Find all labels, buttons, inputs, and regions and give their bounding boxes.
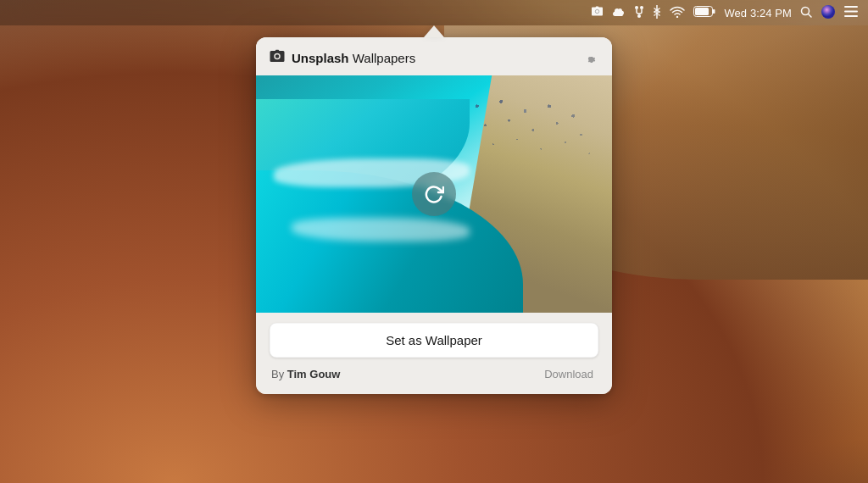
app-name-rest: Wallpapers	[349, 51, 416, 65]
svg-point-6	[676, 15, 678, 17]
camera-menubar-icon[interactable]	[591, 6, 604, 19]
bluetooth-menubar-icon[interactable]	[653, 5, 661, 21]
svg-point-12	[821, 5, 835, 19]
svg-rect-13	[844, 6, 858, 8]
svg-point-1	[635, 6, 638, 9]
download-button[interactable]: Download	[541, 366, 597, 382]
menubar-right-icons: Wed 3:24 PM	[591, 4, 858, 22]
app-title: Unsplash Wallpapers	[292, 51, 415, 65]
unsplash-popup: Unsplash Wallpapers	[256, 37, 612, 394]
svg-line-11	[809, 14, 812, 17]
app-name-bold: Unsplash	[292, 51, 349, 65]
refresh-icon	[424, 184, 444, 204]
popup-header: Unsplash Wallpapers	[256, 37, 612, 75]
attribution-row: By Tim Gouw Download	[270, 366, 598, 382]
app-camera-icon	[270, 49, 285, 67]
svg-rect-14	[844, 11, 858, 13]
svg-rect-9	[713, 9, 715, 14]
refresh-button[interactable]	[412, 172, 456, 216]
photo-attribution: By Tim Gouw	[271, 368, 340, 380]
battery-menubar-icon[interactable]	[693, 6, 715, 19]
cloud-menubar-icon[interactable]	[612, 6, 626, 19]
svg-point-2	[640, 6, 643, 9]
svg-point-3	[637, 14, 641, 18]
svg-rect-15	[844, 15, 858, 17]
settings-button[interactable]	[581, 50, 598, 67]
wallpaper-preview-image[interactable]	[256, 75, 612, 313]
attribution-prefix: By	[271, 368, 287, 380]
set-wallpaper-button[interactable]: Set as Wallpaper	[270, 323, 598, 358]
menu-menubar-icon[interactable]	[844, 6, 858, 19]
popup-header-left: Unsplash Wallpapers	[270, 49, 415, 67]
wave-foam-lower	[292, 218, 470, 242]
search-menubar-icon[interactable]	[800, 6, 812, 20]
siri-menubar-icon[interactable]	[821, 4, 836, 22]
popup-footer: Set as Wallpaper By Tim Gouw Download	[256, 313, 612, 394]
wifi-menubar-icon[interactable]	[670, 6, 685, 20]
fork-menubar-icon[interactable]	[634, 5, 644, 21]
photographer-name: Tim Gouw	[287, 368, 341, 380]
beach-umbrellas	[445, 87, 605, 182]
menubar-time: Wed 3:24 PM	[724, 7, 792, 19]
svg-rect-8	[695, 8, 709, 15]
menubar: Wed 3:24 PM	[0, 0, 868, 25]
dropdown-caret	[424, 25, 444, 37]
